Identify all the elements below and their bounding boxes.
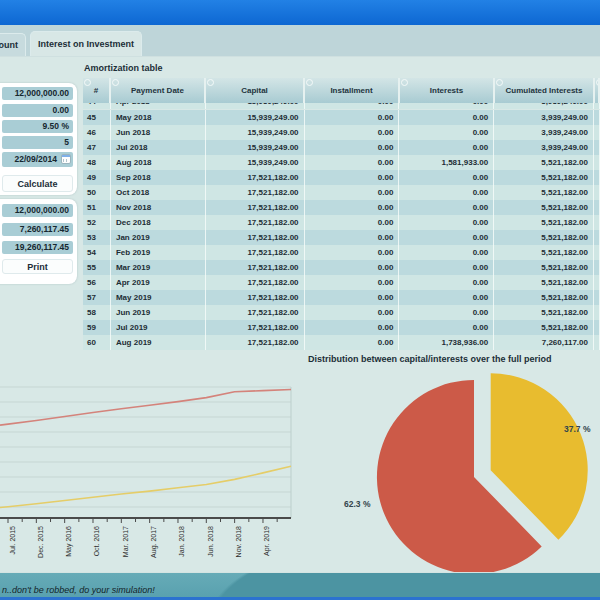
cell: 17,521,182.00 xyxy=(206,230,305,245)
column-header[interactable] xyxy=(595,78,600,103)
pie-chart xyxy=(356,368,600,572)
table-body: 45May 201815,939,249.000.000.003,939,249… xyxy=(83,110,600,350)
table-row[interactable]: 54Feb 201917,521,182.000.000.005,521,182… xyxy=(83,245,600,260)
cell: 60 xyxy=(83,335,111,350)
cell: 45 xyxy=(83,110,111,125)
cell: 53 xyxy=(83,230,111,245)
cell: Jul 2019 xyxy=(111,320,206,335)
table-row[interactable]: 48Aug 201815,939,249.000.001,581,933.005… xyxy=(83,155,600,170)
calendar-icon[interactable] xyxy=(61,154,71,164)
x-tick-label: Aug. 2017 xyxy=(150,526,158,558)
table-row[interactable]: 51Nov 201817,521,182.000.000.005,521,182… xyxy=(83,200,600,215)
column-handle-icon[interactable] xyxy=(84,79,91,86)
cell: May 2018 xyxy=(111,110,206,125)
cell: 0.00 xyxy=(305,215,400,230)
cell: 0.00 xyxy=(399,245,494,260)
column-handle-icon[interactable] xyxy=(112,79,119,86)
table-row[interactable]: 56Apr 201917,521,182.000.000.005,521,182… xyxy=(83,275,600,290)
cell: 0.00 xyxy=(399,140,494,155)
cell: 5,521,182.00 xyxy=(494,185,594,200)
cell: 0.00 xyxy=(305,335,400,350)
rate-field[interactable]: 9.50 % xyxy=(2,120,73,133)
cell xyxy=(594,103,600,109)
cell: 0.00 xyxy=(399,260,494,275)
cell: 0.00 xyxy=(305,290,400,305)
cell xyxy=(594,140,600,155)
start-date-field[interactable]: 22/09/2014 xyxy=(2,152,73,167)
tab-loan-amount[interactable]: mount xyxy=(0,33,26,56)
cell: 17,521,182.00 xyxy=(206,260,305,275)
cell: 1,738,936.00 xyxy=(399,335,494,350)
column-handle-icon[interactable] xyxy=(596,79,600,86)
cell: Aug 2019 xyxy=(111,335,206,350)
table-partial-row: 44Apr 201815,939,249.000.000.003,939,249… xyxy=(83,103,600,110)
cell: 46 xyxy=(83,125,111,140)
table-row[interactable]: 58Jun 201917,521,182.000.000.005,521,182… xyxy=(83,305,600,320)
cell: 0.00 xyxy=(305,125,400,140)
duration-field[interactable]: 5 xyxy=(2,136,73,149)
result-capital-field: 12,000,000.00 xyxy=(2,204,73,217)
cell: Jun 2019 xyxy=(111,305,206,320)
cell: 0.00 xyxy=(399,215,494,230)
cell xyxy=(594,290,600,305)
cell: 17,521,182.00 xyxy=(206,170,305,185)
table-header: #Payment DateCapitalInstallmentInterests… xyxy=(83,78,600,103)
cell: Apr 2019 xyxy=(111,275,206,290)
column-header[interactable]: Cumulated Interests xyxy=(495,78,595,103)
pie-label-interests: 37.7 % xyxy=(564,424,590,434)
column-header-label: # xyxy=(94,86,98,95)
cell: 0.00 xyxy=(305,320,400,335)
table-row[interactable]: 52Dec 201817,521,182.000.000.005,521,182… xyxy=(83,215,600,230)
cell: 17,521,182.00 xyxy=(206,185,305,200)
status-slogan: n..don't be robbed, do your simulation! xyxy=(2,585,155,595)
cell: Feb 2019 xyxy=(111,245,206,260)
column-header[interactable]: Capital xyxy=(206,78,305,103)
column-handle-icon[interactable] xyxy=(496,79,503,86)
table-row[interactable]: 50Oct 201817,521,182.000.000.005,521,182… xyxy=(83,185,600,200)
tab-strip: mount Interest on Investment xyxy=(0,25,600,57)
column-handle-icon[interactable] xyxy=(207,79,214,86)
cell: 59 xyxy=(83,320,111,335)
table-row[interactable]: 59Jul 201917,521,182.000.000.005,521,182… xyxy=(83,320,600,335)
cell: 44 xyxy=(83,103,111,109)
cell xyxy=(594,200,600,215)
start-date-value: 22/09/2014 xyxy=(14,154,57,164)
column-header[interactable]: # xyxy=(83,78,111,103)
cell: Apr 2018 xyxy=(111,103,206,109)
cell: 49 xyxy=(83,170,111,185)
column-header[interactable]: Interests xyxy=(400,78,495,103)
table-row[interactable]: 47Jul 201815,939,249.000.000.003,939,249… xyxy=(83,140,600,155)
table-row[interactable]: 55Mar 201917,521,182.000.000.005,521,182… xyxy=(83,260,600,275)
table-row[interactable]: 49Sep 201817,521,182.000.000.005,521,182… xyxy=(83,170,600,185)
table-row[interactable]: 60Aug 201917,521,182.000.001,738,936.007… xyxy=(83,335,600,350)
tab-interest-on-investment[interactable]: Interest on Investment xyxy=(30,31,142,56)
column-handle-icon[interactable] xyxy=(401,79,408,86)
cell: 0.00 xyxy=(305,230,400,245)
x-tick-label: Jul. 2015 xyxy=(9,526,16,555)
cell: Mar 2019 xyxy=(111,260,206,275)
table-row[interactable]: 44Apr 201815,939,249.000.000.003,939,249… xyxy=(83,103,600,109)
cell: 17,521,182.00 xyxy=(206,320,305,335)
column-header[interactable]: Payment Date xyxy=(111,78,206,103)
cell xyxy=(594,275,600,290)
cell: 0.00 xyxy=(399,305,494,320)
table-row[interactable]: 57May 201917,521,182.000.000.005,521,182… xyxy=(83,290,600,305)
x-tick-label: Nov. 2018 xyxy=(235,526,242,557)
column-header[interactable]: Installment xyxy=(305,78,400,103)
cell: 54 xyxy=(83,245,111,260)
column-handle-icon[interactable] xyxy=(306,79,313,86)
table-row[interactable]: 53Jan 201917,521,182.000.000.005,521,182… xyxy=(83,230,600,245)
cell: 0.00 xyxy=(399,103,494,109)
cell: 7,260,117.00 xyxy=(494,335,594,350)
cell: 5,521,182.00 xyxy=(494,155,594,170)
table-row[interactable]: 45May 201815,939,249.000.000.003,939,249… xyxy=(83,110,600,125)
cell: 0.00 xyxy=(399,110,494,125)
cell xyxy=(594,335,600,350)
cell: 0.00 xyxy=(305,275,400,290)
print-button[interactable]: Print xyxy=(2,259,73,274)
table-row[interactable]: 46Jun 201815,939,249.000.000.003,939,249… xyxy=(83,125,600,140)
calculate-button[interactable]: Calculate xyxy=(2,175,73,192)
cell: 48 xyxy=(83,155,111,170)
amount-field[interactable]: 12,000,000.00 xyxy=(2,87,73,100)
secondary-amount-field[interactable]: 0.00 xyxy=(2,104,73,117)
